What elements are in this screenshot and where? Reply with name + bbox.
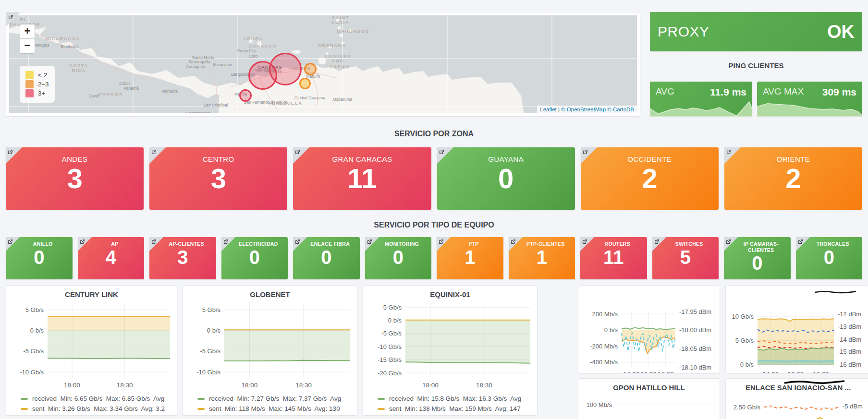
equipment-panel-enlace-fibra[interactable]: ENLACE FIBRA0 xyxy=(293,237,360,279)
svg-text:-15 dBm: -15 dBm xyxy=(838,348,861,355)
graph-panel-equinix-01: EQUINIX-01 5 Gb/s0 b/s-5 Gb/s-10 Gb/s-15… xyxy=(363,285,538,416)
svg-text:18:30: 18:30 xyxy=(117,382,133,389)
external-link-icon[interactable] xyxy=(7,149,13,155)
chart-plot[interactable]: 200 Mb/s0 b/s-200 Mb/s-400 Mb/s-17.95 dB… xyxy=(581,308,717,373)
zone-panel-oriente[interactable]: ORIENTE2 xyxy=(724,147,862,210)
leaflet-link[interactable]: Leaflet xyxy=(540,107,557,112)
map-marker[interactable] xyxy=(299,78,311,89)
worldmap[interactable]: EL SALVADORNICARAGUACOSTA RICAPANAMAVENE… xyxy=(9,15,637,113)
external-link-icon[interactable] xyxy=(79,239,86,245)
chart-plot[interactable]: 2.50 Gb/s2 Gb/s1.50 Gb/s-5 dBm-10 dB xyxy=(729,393,868,419)
external-link-icon[interactable] xyxy=(223,239,229,245)
map-marker[interactable] xyxy=(248,61,277,90)
map-panel: EL SALVADORNICARAGUACOSTA RICAPANAMAVENE… xyxy=(6,12,640,117)
legend-swatch xyxy=(25,80,34,88)
avg-max-label: AVG MAX xyxy=(763,86,804,98)
external-link-icon[interactable] xyxy=(8,14,14,20)
legend-row[interactable]: sent Min: 138 Mb/s Max: 159 Mb/s Avg: 14… xyxy=(378,404,532,414)
chart-plot[interactable]: 10 Gb/s5 Gb/s0 b/s-12 dBm-13 dBm-14 dBm-… xyxy=(729,308,868,373)
external-link-icon[interactable] xyxy=(151,239,157,245)
equipment-panel-routers[interactable]: ROUTERS11 xyxy=(580,237,647,279)
zone-panel-occidente[interactable]: OCCIDENTE2 xyxy=(581,147,719,210)
svg-text:18:00: 18:00 xyxy=(242,382,258,389)
ping-avg-panel[interactable]: AVG 11.9 ms xyxy=(650,82,752,117)
svg-text:-18.05 dBm: -18.05 dBm xyxy=(679,345,711,352)
external-link-icon[interactable] xyxy=(151,149,157,155)
zone-panel-gran-caracas[interactable]: GRAN CARACAS11 xyxy=(293,147,431,210)
equipment-panel-switches[interactable]: SWITCHES5 xyxy=(652,237,719,279)
svg-text:5 Gb/s: 5 Gb/s xyxy=(383,304,402,311)
svg-text:-5 Gb/s: -5 Gb/s xyxy=(200,347,220,355)
legend-row[interactable]: received Min: 6.65 Gb/s Max: 6.85 Gb/s A… xyxy=(21,394,172,404)
proxy-label: PROXY xyxy=(658,24,709,40)
zone-panel-centro[interactable]: CENTRO3 xyxy=(149,147,287,210)
chart-plot[interactable]: 5 Gb/s0 b/s-5 Gb/s-10 Gb/s-15 Gb/s-20 Gb… xyxy=(366,299,534,393)
equipment-panel-ap-clientes[interactable]: AP-CLIENTES3 xyxy=(149,237,216,279)
graph-panel-dbm-2: 10 Gb/s5 Gb/s0 b/s-12 dBm-13 dBm-14 dBm-… xyxy=(725,285,868,373)
zone-panel-andes[interactable]: ANDES3 xyxy=(6,147,144,210)
legend-row[interactable]: received Min: 15.8 Gb/s Max: 16.3 Gb/s A… xyxy=(378,394,532,404)
equipment-panel-troncales[interactable]: TRONCALES0 xyxy=(796,237,863,279)
svg-text:0 b/s: 0 b/s xyxy=(604,326,618,334)
equipment-panel-ptp-clientes[interactable]: PTP-CLIENTES1 xyxy=(509,237,575,279)
equipment-panel-anillo[interactable]: ANILLO0 xyxy=(6,237,73,279)
svg-text:18:00: 18:00 xyxy=(813,371,829,373)
legend-row[interactable]: sent Min: 118 Mb/s Max: 145 Mb/s Avg: 13… xyxy=(197,404,352,414)
equipment-panel-ip-camaras-clientes[interactable]: IP CAMARAS-CLIENTES0 xyxy=(724,237,791,279)
openstreetmap-link[interactable]: © OpenStreetMap xyxy=(561,107,606,112)
svg-text:-5 dBm: -5 dBm xyxy=(843,403,863,410)
svg-text:14:00: 14:00 xyxy=(623,371,639,373)
equipment-panel-electricidad[interactable]: ELECTRICIDAD0 xyxy=(221,237,288,279)
ink-annotation xyxy=(814,289,857,294)
external-link-icon[interactable] xyxy=(294,239,301,245)
equipment-panel-ptp[interactable]: PTP1 xyxy=(437,237,503,279)
zone-panel-guayana[interactable]: GUAYANA0 xyxy=(437,147,575,210)
graph-title: ENLACE SAN IGNACIO-SAN ... xyxy=(729,382,868,393)
external-link-icon[interactable] xyxy=(7,239,13,245)
zoom-out-button[interactable]: − xyxy=(20,39,35,53)
ping-avg-max-panel[interactable]: AVG MAX 309 ms xyxy=(757,82,862,117)
external-link-icon[interactable] xyxy=(797,239,804,245)
tile-label: AP xyxy=(101,241,120,247)
legend-row[interactable]: received Min: 7.27 Gb/s Max: 7.37 Gb/s A… xyxy=(197,394,352,404)
chart-plot[interactable]: 5 Gb/s0 b/s-5 Gb/s-10 Gb/s18:0018:30 xyxy=(186,299,354,393)
svg-text:10 Gb/s: 10 Gb/s xyxy=(732,313,754,320)
svg-text:0 b/s: 0 b/s xyxy=(388,317,402,324)
tile-value: 0 xyxy=(34,247,44,267)
tile-value: 2 xyxy=(642,163,657,194)
series-color-dash xyxy=(378,398,385,400)
external-link-icon[interactable] xyxy=(582,149,588,155)
chart-plot[interactable]: 100 Mb/s50 Mb/s xyxy=(581,393,717,419)
zoom-in-button[interactable]: + xyxy=(20,24,35,39)
tile-label: CENTRO xyxy=(203,155,234,163)
external-link-icon[interactable] xyxy=(726,149,732,155)
tile-value: 4 xyxy=(106,247,116,267)
equipment-panel-monitoring[interactable]: MONITORING0 xyxy=(365,237,432,279)
external-link-icon[interactable] xyxy=(725,239,732,245)
legend-row[interactable]: sent Min: 3.26 Gb/s Max: 3.34 Gb/s Avg: … xyxy=(21,404,172,414)
avg-label: AVG xyxy=(656,86,674,98)
external-link-icon[interactable] xyxy=(510,239,516,245)
graph-panel-globenet: GLOBENET 5 Gb/s0 b/s-5 Gb/s-10 Gb/s18:00… xyxy=(183,285,357,416)
cartodb-link[interactable]: © CartoDB xyxy=(607,107,634,112)
svg-text:-13 dBm: -13 dBm xyxy=(838,323,861,330)
tile-label: MONITORING xyxy=(375,241,421,247)
svg-text:200 Mb/s: 200 Mb/s xyxy=(592,311,618,318)
map-marker[interactable] xyxy=(304,63,317,75)
external-link-icon[interactable] xyxy=(582,239,588,245)
external-link-icon[interactable] xyxy=(367,239,373,245)
graph-panel-century-link: CENTURY LINK 5 Gb/s0 b/s-5 Gb/s-10 Gb/s1… xyxy=(6,285,177,416)
external-link-icon[interactable] xyxy=(294,149,301,155)
graphs-row: CENTURY LINK 5 Gb/s0 b/s-5 Gb/s-10 Gb/s1… xyxy=(6,285,868,419)
svg-text:0 b/s: 0 b/s xyxy=(30,327,44,334)
graph-panel-gpon-hatillo-hill: GPON HATILLO HILL 100 Mb/s50 Mb/s xyxy=(578,378,720,419)
external-link-icon[interactable] xyxy=(654,239,660,245)
svg-text:-18.10 dBm: -18.10 dBm xyxy=(679,364,711,371)
map-marker[interactable] xyxy=(239,89,252,102)
svg-text:14:00: 14:00 xyxy=(762,371,779,373)
external-link-icon[interactable] xyxy=(439,149,445,155)
external-link-icon[interactable] xyxy=(438,239,444,245)
chart-plot[interactable]: 5 Gb/s0 b/s-5 Gb/s-10 Gb/s18:0018:30 xyxy=(9,299,174,393)
equipment-panel-ap[interactable]: AP4 xyxy=(78,237,145,279)
proxy-status-panel[interactable]: PROXY OK xyxy=(650,12,862,51)
